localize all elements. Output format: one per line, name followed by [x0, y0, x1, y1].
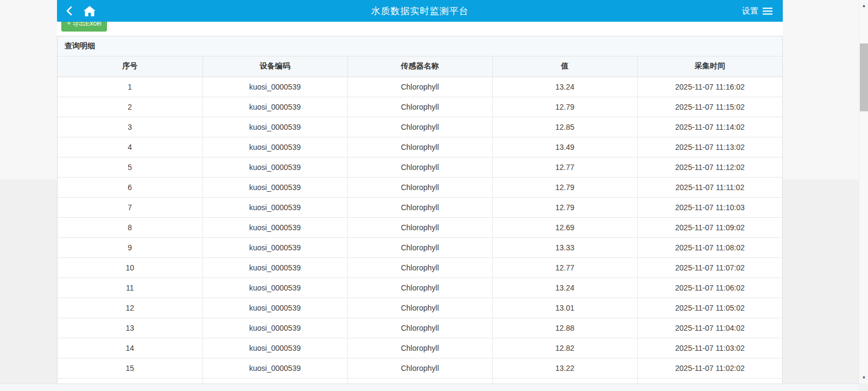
menu-icon[interactable] — [762, 7, 773, 15]
table-cell: Chlorophyll — [347, 318, 492, 338]
table-cell: kuosi_0000539 — [202, 338, 347, 358]
table-cell: 2025-11-07 11:07:02 — [637, 257, 782, 278]
table-cell: kuosi_0000539 — [202, 177, 347, 197]
browser-viewport: 水质数据实时监测平台 设置 + 导出Excel 查询明细 — [0, 0, 868, 391]
table-cell: 2025-11-07 11:03:02 — [637, 338, 782, 358]
table-head: 序号 设备编码 传感器名称 值 采集时间 — [58, 56, 782, 77]
table-row: 9kuosi_0000539Chlorophyll13.332025-11-07… — [58, 237, 782, 257]
table-cell: 12.79 — [492, 177, 637, 197]
table-cell: Chlorophyll — [347, 217, 492, 237]
table-row: 8kuosi_0000539Chlorophyll12.692025-11-07… — [58, 217, 782, 237]
table-cell: Chlorophyll — [347, 77, 492, 97]
table-cell: 12.79 — [492, 97, 637, 117]
table-cell: 12.69 — [492, 217, 637, 237]
scroll-down-arrow[interactable]: ▼ — [859, 373, 868, 382]
table-cell: 3 — [58, 117, 202, 137]
table-row: 5kuosi_0000539Chlorophyll12.772025-11-07… — [58, 157, 782, 177]
back-icon[interactable] — [65, 5, 73, 16]
table-cell: 5 — [58, 157, 202, 177]
table-row: 4kuosi_0000539Chlorophyll13.492025-11-07… — [58, 137, 782, 157]
table-cell: 2 — [58, 97, 202, 117]
table-cell: Chlorophyll — [347, 358, 492, 378]
table-cell: 6 — [58, 177, 202, 197]
table-cell: kuosi_0000539 — [202, 77, 347, 97]
col-header-index: 序号 — [58, 56, 202, 77]
table-cell: Chlorophyll — [347, 298, 492, 318]
table-cell: 13 — [58, 318, 202, 338]
table-cell: 2025-11-07 11:10:03 — [637, 197, 782, 217]
table-cell: 8 — [58, 217, 202, 237]
table-cell: 13.49 — [492, 137, 637, 157]
table-cell: kuosi_0000539 — [202, 358, 347, 378]
table-row: 10kuosi_0000539Chlorophyll12.772025-11-0… — [58, 257, 782, 278]
panel-title: 查询明细 — [58, 36, 782, 56]
table-cell: Chlorophyll — [347, 197, 492, 217]
table-cell: 12.88 — [492, 318, 637, 338]
col-header-sensor-name: 传感器名称 — [347, 56, 492, 77]
horizontal-scrollbar[interactable] — [0, 383, 859, 391]
col-header-device-code: 设备编码 — [202, 56, 347, 77]
table-row: 3kuosi_0000539Chlorophyll12.852025-11-07… — [58, 117, 782, 137]
table-cell: 12.82 — [492, 338, 637, 358]
table-row: 13kuosi_0000539Chlorophyll12.882025-11-0… — [58, 318, 782, 338]
table-row: 7kuosi_0000539Chlorophyll12.792025-11-07… — [58, 197, 782, 217]
table-cell: 2025-11-07 11:16:02 — [637, 77, 782, 97]
table-cell: kuosi_0000539 — [202, 318, 347, 338]
table-cell: 13.24 — [492, 278, 637, 298]
table-cell: 4 — [58, 137, 202, 157]
table-cell: 12.77 — [492, 157, 637, 177]
table-cell: 2025-11-07 11:14:02 — [637, 117, 782, 137]
table-body: 1kuosi_0000539Chlorophyll13.242025-11-07… — [58, 77, 782, 378]
table-cell: Chlorophyll — [347, 257, 492, 278]
table-cell: 14 — [58, 338, 202, 358]
query-detail-panel: 查询明细 序号 设备编码 传感器名称 值 采集时间 1kuosi_0000539… — [57, 36, 783, 391]
table-cell: 2025-11-07 11:15:02 — [637, 97, 782, 117]
table-cell: Chlorophyll — [347, 338, 492, 358]
table-cell: kuosi_0000539 — [202, 237, 347, 257]
scroll-up-arrow[interactable]: ▲ — [859, 1, 868, 10]
table-cell: 2025-11-07 11:04:02 — [637, 318, 782, 338]
table-cell: 2025-11-07 11:12:02 — [637, 157, 782, 177]
table-cell: Chlorophyll — [347, 157, 492, 177]
table-cell: 9 — [58, 237, 202, 257]
table-row: 6kuosi_0000539Chlorophyll12.792025-11-07… — [58, 177, 782, 197]
page-content: 水质数据实时监测平台 设置 + 导出Excel 查询明细 — [57, 0, 783, 391]
table-row: 15kuosi_0000539Chlorophyll13.222025-11-0… — [58, 358, 782, 378]
table-cell: 12.77 — [492, 257, 637, 278]
table-cell: 12.85 — [492, 117, 637, 137]
table-cell: 12.79 — [492, 197, 637, 217]
table-row: 12kuosi_0000539Chlorophyll13.012025-11-0… — [58, 298, 782, 318]
header-nav-left — [57, 5, 96, 17]
app-header: 水质数据实时监测平台 设置 — [57, 0, 783, 22]
table-cell: kuosi_0000539 — [202, 97, 347, 117]
table-row: 11kuosi_0000539Chlorophyll13.242025-11-0… — [58, 278, 782, 298]
table-cell: 2025-11-07 11:02:02 — [637, 358, 782, 378]
header-nav-right[interactable]: 设置 — [742, 6, 783, 16]
table-row: 14kuosi_0000539Chlorophyll12.822025-11-0… — [58, 338, 782, 358]
vertical-scrollbar[interactable]: ▲ ▼ — [859, 0, 868, 383]
table-header-row: 序号 设备编码 传感器名称 值 采集时间 — [58, 56, 782, 77]
table-row: 1kuosi_0000539Chlorophyll13.242025-11-07… — [58, 77, 782, 97]
col-header-time: 采集时间 — [637, 56, 782, 77]
data-table: 序号 设备编码 传感器名称 值 采集时间 1kuosi_0000539Chlor… — [58, 56, 782, 391]
scrollbar-thumb[interactable] — [860, 43, 868, 111]
table-cell: Chlorophyll — [347, 177, 492, 197]
table-cell: kuosi_0000539 — [202, 117, 347, 137]
table-cell: 2025-11-07 11:09:02 — [637, 217, 782, 237]
table-cell: Chlorophyll — [347, 278, 492, 298]
page-title: 水质数据实时监测平台 — [57, 5, 783, 17]
table-cell: kuosi_0000539 — [202, 278, 347, 298]
table-cell: 2025-11-07 11:11:02 — [637, 177, 782, 197]
settings-label[interactable]: 设置 — [742, 6, 758, 16]
table-cell: Chlorophyll — [347, 237, 492, 257]
table-cell: Chlorophyll — [347, 97, 492, 117]
table-cell: 15 — [58, 358, 202, 378]
table-cell: kuosi_0000539 — [202, 257, 347, 278]
table-cell: Chlorophyll — [347, 117, 492, 137]
table-row: 2kuosi_0000539Chlorophyll12.792025-11-07… — [58, 97, 782, 117]
table-cell: 13.22 — [492, 358, 637, 378]
table-cell: 7 — [58, 197, 202, 217]
table-cell: kuosi_0000539 — [202, 137, 347, 157]
home-icon[interactable] — [83, 5, 96, 17]
scrollbar-corner — [859, 383, 868, 391]
